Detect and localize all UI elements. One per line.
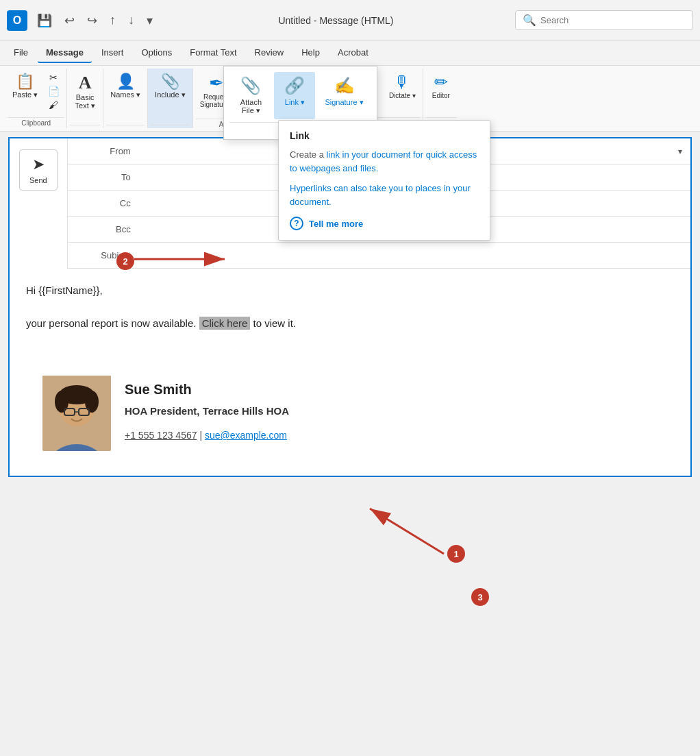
attach-file-button[interactable]: 📎 AttachFile ▾ [230,72,271,119]
ribbon-group-names: 👤 Names ▾ [103,69,148,128]
email-body-line2: your personal report is now available. C… [26,315,674,332]
cc-label: Cc [76,198,131,208]
send-label: Send [29,176,47,184]
email-greeting: Hi {{FirstName}}, [26,282,674,299]
paste-button[interactable]: 📋 Paste ▾ [8,71,42,102]
names-icon: 👤 [116,74,135,89]
menu-insert[interactable]: Insert [93,43,132,63]
help-circle-icon: ? [290,217,303,230]
link-button[interactable]: 🔗 Link ▾ [274,72,315,119]
click-here-link[interactable]: Click here [199,317,251,330]
editor-button[interactable]: ✏ Editor [426,71,456,102]
outlook-logo: O [7,10,27,31]
copy-button[interactable]: 📄 [43,85,64,97]
request-signatures-icon: ✒ [209,74,224,92]
search-input[interactable] [540,15,677,25]
search-box[interactable]: 🔍 [515,10,693,30]
bcc-label: Bcc [76,224,131,234]
window-title: Untitled - Message (HTML) [162,15,510,26]
menu-help[interactable]: Help [293,43,328,63]
sig-name: Sue Smith [125,378,289,400]
undo-button[interactable]: ↩ [60,10,79,31]
to-label: To [76,172,131,182]
link-tooltip-text1: Create a link in your document for quick… [290,148,479,175]
sig-phone: +1 555 123 4567 [125,430,197,441]
subject-input[interactable] [136,250,682,260]
menu-review[interactable]: Review [247,43,292,63]
annotation-badge-1: 1 [447,545,465,563]
subject-field: Subject [68,243,690,269]
menu-bar: File Message Insert Options Format Text … [0,41,700,66]
redo-button[interactable]: ↪ [83,10,101,31]
dictate-button[interactable]: 🎙 Dictate ▾ [385,71,420,102]
format-painter-button[interactable]: 🖌 [43,99,64,111]
signature-info: Sue Smith HOA President, Terrace Hills H… [125,376,289,443]
signature-button[interactable]: ✍ Signature ▾ [318,72,370,119]
menu-format-text[interactable]: Format Text [182,43,245,63]
basic-text-button[interactable]: A BasicText ▾ [70,71,100,113]
menu-message[interactable]: Message [38,43,92,63]
send-column: ➤ Send [10,138,68,269]
names-button[interactable]: 👤 Names ▾ [106,71,145,102]
include-icon: 📎 [161,74,179,89]
ribbon-group-editor: ✏ Editor Editor [423,69,459,128]
link-tooltip-title: Link [290,130,479,141]
title-bar-actions: 💾 ↩ ↪ ↑ ↓ ▾ [33,10,157,31]
annotation-badge-3: 3 [471,588,489,606]
clipboard-group-label: Clipboard [8,117,64,128]
format-painter-icon: 🖌 [49,100,58,110]
menu-options[interactable]: Options [133,43,180,63]
sig-contact: +1 555 123 4567 | sue@example.com [125,428,289,443]
move-down-button[interactable]: ↓ [124,10,138,30]
menu-file[interactable]: File [5,43,36,63]
from-chevron[interactable]: ▾ [678,147,682,156]
dictate-icon: 🎙 [394,74,410,90]
search-icon: 🔍 [523,14,536,27]
editor-icon: ✏ [434,74,448,90]
send-button[interactable]: ➤ Send [19,149,58,191]
ribbon-group-basic-text: A BasicText ▾ [67,69,103,128]
dropdown-arrow-button[interactable]: ▾ [142,10,157,31]
paste-icon: 📋 [16,74,34,89]
cut-button[interactable]: ✂ [43,71,64,84]
firstname-placeholder: {{FirstName}} [38,284,99,296]
basic-text-label [70,125,100,128]
ribbon-group-clipboard: 📋 Paste ▾ ✂ 📄 🖌 Clipboard [5,69,67,128]
send-icon: ➤ [32,156,45,173]
annotation-badge-2: 2 [116,252,134,270]
title-bar: O 💾 ↩ ↪ ↑ ↓ ▾ Untitled - Message (HTML) … [0,0,700,41]
include-button[interactable]: 📎 Include ▾ [151,71,190,102]
link-tooltip-text2: Hyperlinks can also take you to places i… [290,182,479,208]
avatar [42,376,111,451]
sig-email[interactable]: sue@example.com [205,430,287,441]
signature-icon: ✍ [334,76,355,95]
menu-acrobat[interactable]: Acrobat [329,43,377,63]
link-tooltip: Link Create a link in your document for … [278,120,490,241]
tell-me-more-button[interactable]: ? Tell me more [290,217,479,230]
email-body[interactable]: Hi {{FirstName}}, your personal report i… [10,269,690,476]
copy-icon: 📄 [48,86,60,96]
from-label: From [76,146,131,156]
svg-point-4 [55,391,68,413]
link-icon: 🔗 [284,76,305,95]
cut-icon: ✂ [49,73,58,82]
save-button[interactable]: 💾 [33,10,56,31]
svg-point-5 [85,391,99,413]
attach-file-icon: 📎 [240,76,261,95]
signature-block: Sue Smith HOA President, Terrace Hills H… [26,365,674,462]
svg-line-10 [370,509,444,554]
move-up-button[interactable]: ↑ [105,10,120,30]
sig-title: HOA President, Terrace Hills HOA [125,403,289,419]
ribbon-group-include: 📎 Include ▾ [148,69,193,128]
basic-text-icon: A [79,74,92,92]
